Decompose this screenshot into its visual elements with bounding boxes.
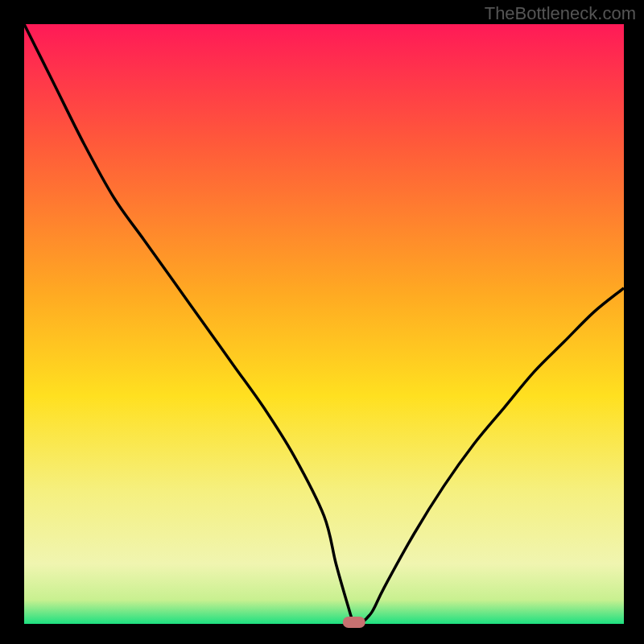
chart-svg xyxy=(0,0,644,644)
curve-marker xyxy=(343,617,365,628)
plot-background xyxy=(24,24,624,624)
watermark-text: TheBottleneck.com xyxy=(485,3,636,24)
chart-container: TheBottleneck.com xyxy=(0,0,644,644)
